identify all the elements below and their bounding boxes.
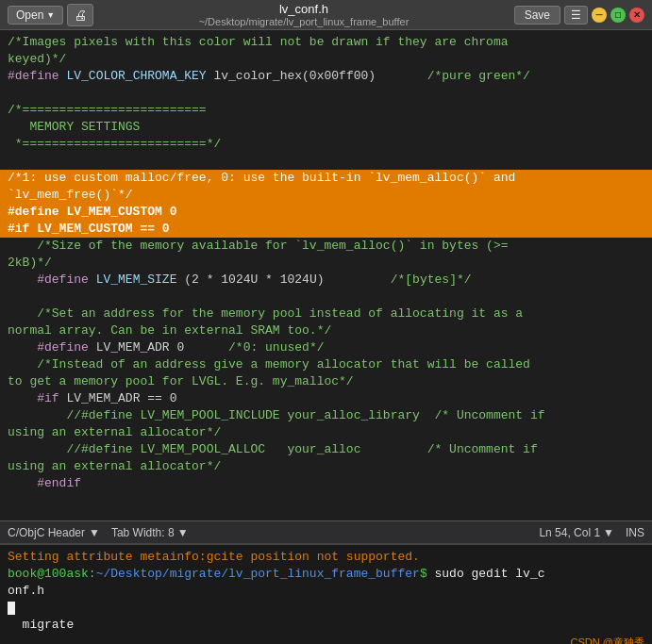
code-line: #if LV_MEM_ADR == 0	[0, 390, 652, 407]
code-line	[0, 153, 652, 170]
window-subtitle: ~/Desktop/migrate/lv_port_linux_frame_bu…	[199, 16, 410, 27]
status-bar: C/ObjC Header ▼ Tab Width: 8 ▼ Ln 54, Co…	[0, 520, 652, 543]
open-button[interactable]: Open ▼	[8, 6, 63, 25]
title-bar-center: lv_conf.h ~/Desktop/migrate/lv_port_linu…	[93, 2, 513, 27]
code-line: normal array. Can be in external SRAM to…	[0, 322, 652, 339]
terminal-area[interactable]: Setting attribute metainfo:gcite positio…	[0, 543, 652, 644]
terminal-line-info: migrate	[8, 617, 644, 634]
code-line: 2kB)*/	[0, 255, 652, 272]
code-line	[0, 85, 652, 102]
tab-width-dropdown-arrow: ▼	[177, 526, 189, 539]
minimize-button[interactable]: ─	[592, 8, 607, 23]
tab-width-label: Tab Width: 8	[111, 526, 175, 539]
terminal-line-cmd-cont: onf.h	[8, 583, 644, 600]
code-line: keyed)*/	[0, 51, 652, 68]
code-line: #define LV_MEM_SIZE (2 * 1024U * 1024U) …	[0, 272, 652, 289]
watermark: CSDN @童独秀	[571, 636, 644, 644]
code-line-highlighted: `lv_mem_free()`*/	[0, 187, 652, 204]
title-bar-left: Open ▼ 🖨	[8, 4, 93, 26]
code-line: #define LV_MEM_ADR 0 /*0: unused*/	[0, 339, 652, 356]
print-button[interactable]: 🖨	[67, 4, 93, 26]
code-line-highlighted: #define LV_MEM_CUSTOM 0	[0, 204, 652, 221]
window-controls: ─ □ ✕	[592, 8, 644, 23]
code-line: //#define LV_MEM_POOL_INCLUDE your_alloc…	[0, 407, 652, 424]
editor-area[interactable]: /*Images pixels with this color will not…	[0, 30, 652, 520]
language-dropdown-arrow: ▼	[89, 526, 100, 539]
terminal-cursor	[8, 602, 15, 615]
code-line: /*Size of the memory available for `lv_m…	[0, 238, 652, 255]
code-line: using an external allocator*/	[0, 458, 652, 475]
status-right: Ln 54, Col 1 ▼ INS	[539, 526, 644, 539]
menu-button[interactable]: ☰	[564, 6, 588, 25]
title-bar-right: Save ☰ ─ □ ✕	[514, 6, 644, 25]
code-line: *=========================*/	[0, 136, 652, 153]
insert-mode-label: INS	[626, 526, 644, 539]
maximize-button[interactable]: □	[610, 8, 626, 23]
terminal-cursor-line	[8, 600, 644, 617]
code-line: /*Instead of an address give a memory al…	[0, 356, 652, 373]
code-line: using an external allocator*/	[0, 424, 652, 441]
open-label: Open	[16, 8, 43, 22]
code-line: /*=========================	[0, 102, 652, 119]
position-dropdown-arrow: ▼	[603, 526, 614, 539]
terminal-line-prompt: book@100ask:~/Desktop/migrate/lv_port_li…	[8, 566, 644, 583]
tab-width-selector[interactable]: Tab Width: 8 ▼	[111, 526, 189, 539]
code-line: #endif	[0, 475, 652, 492]
code-line: MEMORY SETTINGS	[0, 119, 652, 136]
cursor-position-label: Ln 54, Col 1	[539, 526, 600, 539]
cursor-position-selector[interactable]: Ln 54, Col 1 ▼	[539, 526, 614, 539]
code-content: /*Images pixels with this color will not…	[0, 30, 652, 496]
code-line: //#define LV_MEM_POOL_ALLOC your_alloc /…	[0, 441, 652, 458]
language-selector[interactable]: C/ObjC Header ▼	[8, 526, 100, 539]
language-label: C/ObjC Header	[8, 526, 85, 539]
close-button[interactable]: ✕	[629, 8, 644, 23]
code-line: #define LV_COLOR_CHROMA_KEY lv_color_hex…	[0, 68, 652, 85]
code-line-highlighted: /*1: use custom malloc/free, 0: use the …	[0, 170, 652, 187]
code-line-highlighted-active: #if LV_MEM_CUSTOM == 0	[0, 221, 652, 238]
terminal-line-error: Setting attribute metainfo:gcite positio…	[8, 549, 644, 566]
code-line: /*Images pixels with this color will not…	[0, 34, 652, 51]
window-title: lv_conf.h	[279, 2, 328, 16]
save-button[interactable]: Save	[514, 6, 560, 25]
code-line	[0, 289, 652, 305]
code-line: /*Set an address for the memory pool ins…	[0, 305, 652, 322]
code-line: to get a memory pool for LVGL. E.g. my_m…	[0, 373, 652, 390]
title-bar: Open ▼ 🖨 lv_conf.h ~/Desktop/migrate/lv_…	[0, 0, 652, 30]
open-dropdown-icon[interactable]: ▼	[46, 10, 55, 20]
